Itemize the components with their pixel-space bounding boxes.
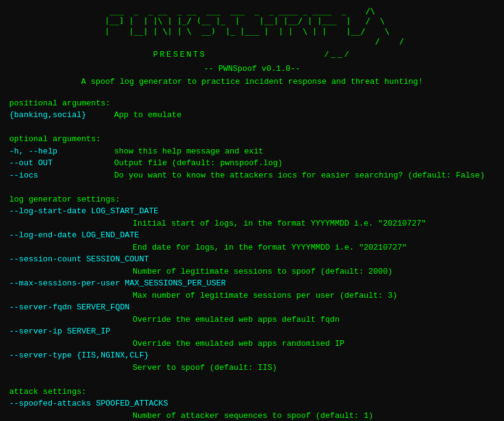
server-type-flag: --server-type {IIS,NGINX,CLF}: [9, 349, 495, 362]
log-settings-header: log generator settings:: [9, 194, 495, 206]
optional-iocs: --iocs Do you want to know the attackers…: [9, 170, 495, 182]
subtitle-line: A spoof log generator to practice incide…: [9, 76, 495, 88]
log-end-date-desc: End date for logs, in the format YYYYMMD…: [9, 242, 495, 254]
session-count-flag: --session-count SESSION_COUNT: [9, 253, 495, 266]
optional-out: --out OUT Output file (default: pwnspoof…: [9, 157, 495, 170]
server-fqdn-desc: Override the emulated web apps default f…: [9, 314, 495, 326]
attack-settings-section: attack settings: --spoofed-attacks SPOOF…: [9, 386, 495, 421]
server-fqdn-flag: --server-fqdn SERVER_FQDN: [9, 301, 495, 314]
attack-settings-header: attack settings:: [9, 386, 495, 398]
optional-h: -h, --help show this help message and ex…: [9, 145, 495, 158]
logo-container: ___ _ _ __ _ __ ___ ___ _ _ ____ _ ____ …: [9, 6, 495, 47]
server-ip-flag: --server-ip SERVER_IP: [9, 325, 495, 338]
spoofed-attacks-flag: --spoofed-attacks SPOOFED_ATTACKS: [9, 398, 495, 410]
positional-section: positional arguments: {banking,social} A…: [9, 97, 495, 121]
session-count-desc: Number of legitimate sessions to spoof (…: [9, 266, 495, 278]
log-start-date-desc: Initial start of logs, in the format YYY…: [9, 218, 495, 230]
max-sessions-desc: Max number of legitimate sessions per us…: [9, 290, 495, 302]
positional-header: positional arguments:: [9, 97, 495, 110]
presents-line: PRESENTS /__/: [9, 49, 495, 61]
spoofed-attacks-desc: Number of attacker sequences to spoof (d…: [9, 410, 495, 421]
log-end-date-flag: --log-end-date LOG_END_DATE: [9, 229, 495, 242]
optional-header: optional arguments:: [9, 133, 495, 145]
positional-arg1: {banking,social} App to emulate: [9, 109, 495, 121]
max-sessions-flag: --max-sessions-per-user MAX_SESSIONS_PER…: [9, 277, 495, 290]
title-line: -- PWNSpoof v0.1.0--: [9, 63, 495, 75]
log-start-date-flag: --log-start-date LOG_START_DATE: [9, 205, 495, 218]
server-type-desc: Server to spoof (default: IIS): [9, 362, 495, 374]
logo-art: ___ _ _ __ _ __ ___ ___ _ _ ____ _ ____ …: [100, 6, 404, 46]
optional-section: optional arguments: -h, --help show this…: [9, 133, 495, 181]
terminal-window: ___ _ _ __ _ __ ___ ___ _ _ ____ _ ____ …: [9, 6, 495, 421]
log-settings-section: log generator settings: --log-start-date…: [9, 194, 495, 374]
server-ip-desc: Override the emulated web apps randomise…: [9, 338, 495, 350]
